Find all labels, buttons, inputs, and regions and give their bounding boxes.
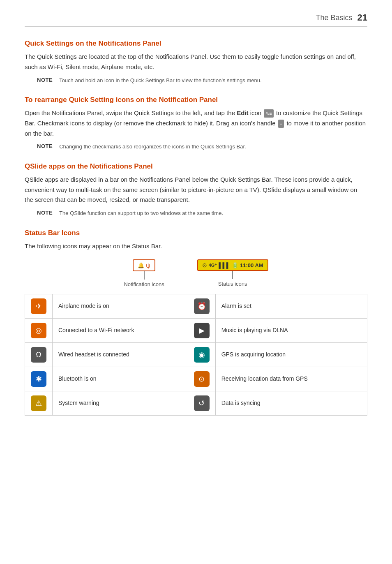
connector-left: [144, 271, 145, 280]
header-title: The Basics: [316, 14, 352, 22]
note-text-qslide: The QSlide function can support up to tw…: [59, 209, 223, 217]
left-icon-cell: ✱: [25, 367, 53, 391]
table-row: ⚠System warning↺Data is syncing: [25, 391, 367, 416]
table-row: ◎Connected to a Wi-Fi network▶Music is p…: [25, 319, 367, 343]
left-status-icon: ⚠: [31, 395, 46, 411]
left-status-icon: ◎: [31, 323, 46, 338]
right-icon-cell: ↺: [188, 391, 215, 416]
status-bar-diagram: 🔔 ψ Notification icons ⊙ 4G⁺ ▌▌▌ 🔋 11:00…: [25, 259, 367, 287]
connector-right: [232, 271, 233, 279]
section-status-bar: Status Bar Icons The following icons may…: [25, 229, 367, 416]
table-row: ✈Airplane mode is on⏰Alarm is set: [25, 294, 367, 319]
notification-icons-group: 🔔 ψ Notification icons: [124, 259, 164, 287]
body-text-quick-settings: The Quick Settings are located at the to…: [25, 52, 367, 72]
right-icon-label: Data is syncing: [215, 391, 367, 416]
left-icon-cell: ✈: [25, 294, 53, 319]
handle-icon: ≡: [278, 120, 284, 128]
left-status-icon: Ω: [31, 347, 46, 363]
left-icon-label: Bluetooth is on: [53, 367, 188, 391]
note-label-3: NOTE: [37, 210, 53, 216]
note-text-rearrange: Changing the checkmarks also reorganizes…: [59, 143, 246, 151]
notification-bar-mock: 🔔 ψ: [133, 259, 155, 271]
right-icon-label: Receiving location data from GPS: [215, 367, 367, 391]
left-icon-label: Connected to a Wi-Fi network: [53, 319, 188, 343]
page-header: The Basics 21: [25, 12, 367, 27]
section-heading-quick-settings: Quick Settings on the Notifications Pane…: [25, 39, 367, 48]
edit-icon: ✎≡: [264, 109, 273, 118]
section-qslide: QSlide apps on the Notifications Panel Q…: [25, 162, 367, 217]
note-label-2: NOTE: [37, 143, 53, 149]
note-quick-settings: NOTE Touch and hold an icon in the Quick…: [37, 76, 367, 85]
page-container: The Basics 21 Quick Settings on the Noti…: [0, 0, 392, 432]
left-icon-cell: ⚠: [25, 391, 53, 416]
edit-label: Edit: [237, 109, 248, 116]
status-label: Status icons: [218, 281, 247, 287]
note-text-quick-settings: Touch and hold an icon in the Quick Sett…: [59, 76, 261, 85]
body-text-status-bar: The following icons may appear on the St…: [25, 241, 367, 252]
note-label: NOTE: [37, 77, 53, 83]
right-icon-cell: ◉: [188, 343, 215, 367]
section-rearrange: To rearrange Quick Setting icons on the …: [25, 96, 367, 151]
right-icon-label: Music is playing via DLNA: [215, 319, 367, 343]
section-heading-rearrange: To rearrange Quick Setting icons on the …: [25, 96, 367, 104]
right-icon-label: Alarm is set: [215, 294, 367, 319]
right-icon-cell: ⏰: [188, 294, 215, 319]
page-number: 21: [357, 12, 367, 23]
left-status-icon: ✈: [31, 298, 46, 314]
status-icon-time: 11:00 AM: [240, 262, 263, 268]
note-qslide: NOTE The QSlide function can support up …: [37, 209, 367, 217]
section-quick-settings: Quick Settings on the Notifications Pane…: [25, 39, 367, 84]
left-icon-cell: Ω: [25, 343, 53, 367]
note-rearrange: NOTE Changing the checkmarks also reorga…: [37, 143, 367, 151]
left-icon-cell: ◎: [25, 319, 53, 343]
right-status-icon: ⏰: [194, 298, 210, 314]
right-status-icon: ⊙: [194, 371, 210, 387]
right-icon-label: GPS is acquiring location: [215, 343, 367, 367]
table-row: ΩWired headset is connected◉GPS is acqui…: [25, 343, 367, 367]
status-icon-signal: ▌▌▌: [219, 262, 230, 268]
section-heading-status-bar: Status Bar Icons: [25, 229, 367, 237]
body-text-rearrange: Open the Notifications Panel, swipe the …: [25, 108, 367, 139]
right-icon-cell: ⊙: [188, 367, 215, 391]
notif-icon-bell: 🔔: [138, 262, 144, 268]
right-status-icon: ▶: [194, 323, 210, 338]
right-icon-cell: ▶: [188, 319, 215, 343]
left-icon-label: Wired headset is connected: [53, 343, 188, 367]
status-icon-4g: 4G⁺: [209, 263, 217, 268]
status-icon-circle: ⊙: [202, 262, 207, 268]
status-icon-battery: 🔋: [232, 262, 238, 268]
table-row: ✱Bluetooth is on⊙Receiving location data…: [25, 367, 367, 391]
icons-table: ✈Airplane mode is on⏰Alarm is set◎Connec…: [25, 294, 367, 416]
right-status-icon: ◉: [194, 347, 210, 363]
notif-icon-psi: ψ: [146, 262, 150, 269]
right-status-icon: ↺: [194, 395, 210, 411]
notification-label: Notification icons: [124, 281, 164, 287]
section-heading-qslide: QSlide apps on the Notifications Panel: [25, 162, 367, 171]
status-icons-group: ⊙ 4G⁺ ▌▌▌ 🔋 11:00 AM Status icons: [197, 259, 268, 287]
left-icon-label: Airplane mode is on: [53, 294, 188, 319]
body-text-qslide: QSlide apps are displayed in a bar on th…: [25, 175, 367, 205]
status-bar-mock: ⊙ 4G⁺ ▌▌▌ 🔋 11:00 AM: [197, 259, 268, 271]
left-icon-label: System warning: [53, 391, 188, 416]
left-status-icon: ✱: [31, 371, 46, 387]
